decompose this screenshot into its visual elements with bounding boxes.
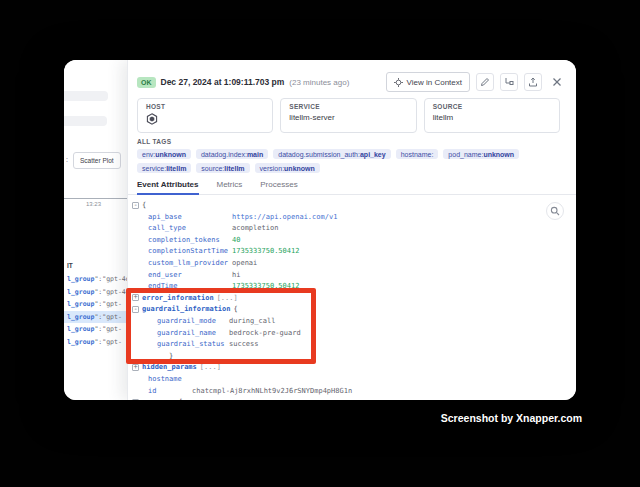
json-key: custom_llm_provider bbox=[148, 258, 232, 270]
tag-pill[interactable]: datadog.submission_auth:api_key bbox=[273, 149, 390, 159]
json-attribute-row[interactable]: completionStartTime1735333750.50412 bbox=[128, 246, 576, 258]
log-list-item[interactable]: l_group":"gpt- bbox=[64, 323, 127, 336]
service-card[interactable]: SERVICE litellm-server bbox=[280, 98, 416, 133]
json-attribute-row[interactable]: -messages[ bbox=[128, 397, 576, 400]
log-list-item[interactable]: l_group":"gpt-4o bbox=[64, 273, 127, 286]
facet-cards: HOST SERVICE litellm-server SOURCE litel… bbox=[137, 98, 560, 133]
truncated-toolbar-bar bbox=[64, 116, 107, 126]
json-attribute-row[interactable]: idchatcmpl-Aj8rxhNLht9v2J6rSNYDmp4pH8G1n bbox=[128, 386, 576, 398]
background-page: : Scatter Plot 13:23 IT l_group":"gpt-4o… bbox=[64, 60, 127, 400]
tag-pill[interactable]: version:unknown bbox=[255, 163, 320, 173]
watermark: Screenshot by Xnapper.com bbox=[441, 412, 582, 424]
tag-pill[interactable]: env:unknown bbox=[137, 149, 191, 159]
log-list-item[interactable]: l_group":"gpt-4o bbox=[64, 286, 127, 299]
tag-pill[interactable]: datadog.index:main bbox=[196, 149, 268, 159]
json-attribute-row[interactable]: -{ bbox=[128, 200, 576, 212]
relative-time: (23 minutes ago) bbox=[289, 78, 349, 87]
related-traces-button[interactable] bbox=[500, 73, 518, 91]
json-attribute-row[interactable]: +hidden_params[...] bbox=[128, 362, 576, 374]
json-value: acompletion bbox=[232, 224, 278, 232]
header-actions: View in Context bbox=[386, 72, 566, 92]
annotation-highlight-box bbox=[126, 288, 316, 364]
json-attribute-row[interactable]: hostname bbox=[128, 374, 576, 386]
tag-pill[interactable]: service:litellm bbox=[137, 163, 191, 173]
log-list-item[interactable]: l_group":"gpt- bbox=[64, 336, 127, 349]
json-brace: { bbox=[142, 201, 146, 209]
all-tags-label: ALL TAGS bbox=[137, 138, 562, 145]
tag-key: pod_name: bbox=[448, 151, 483, 158]
all-tags-section: ALL TAGS env:unknowndatadog.index:mainda… bbox=[137, 138, 562, 173]
tab[interactable]: Processes bbox=[260, 177, 297, 194]
edit-button[interactable] bbox=[476, 73, 494, 91]
tab[interactable]: Metrics bbox=[217, 177, 243, 194]
log-value: gpt-4o bbox=[106, 275, 127, 283]
status-badge: OK bbox=[137, 77, 156, 88]
json-key: id bbox=[148, 386, 192, 398]
json-value: https://api.openai.com/v1 bbox=[232, 213, 337, 221]
json-value: 1735333750.50412 bbox=[232, 247, 299, 255]
close-button[interactable] bbox=[548, 73, 566, 91]
json-value: chatcmpl-Aj8rxhNLht9v2J6rSNYDmp4pH8G1n bbox=[192, 387, 352, 395]
axis-tick-label: 13:23 bbox=[86, 201, 101, 207]
tag-pill[interactable]: pod_name:unknown bbox=[443, 149, 519, 159]
tag-value: litellm bbox=[166, 165, 186, 172]
tag-pill[interactable]: hostname: bbox=[396, 149, 439, 159]
log-key: l_group bbox=[67, 275, 94, 283]
log-key: l_group bbox=[67, 300, 94, 308]
json-key: completion_tokens bbox=[148, 235, 232, 247]
json-brace: [...] bbox=[200, 363, 221, 371]
log-value: gpt- bbox=[106, 338, 122, 346]
json-key: messages bbox=[142, 397, 176, 400]
json-brace: [ bbox=[179, 398, 183, 400]
tag-value: unknown bbox=[155, 151, 186, 158]
expander-icon[interactable]: + bbox=[132, 364, 139, 371]
log-key: l_group bbox=[67, 325, 94, 333]
tag-key: source: bbox=[201, 165, 224, 172]
tag-value: main bbox=[247, 151, 263, 158]
export-button[interactable] bbox=[524, 73, 542, 91]
log-separator: ":" bbox=[94, 313, 106, 321]
label-fragment: : bbox=[66, 156, 68, 163]
json-key: hidden_params bbox=[142, 362, 197, 374]
app-window: : Scatter Plot 13:23 IT l_group":"gpt-4o… bbox=[64, 60, 576, 400]
log-list-item[interactable]: l_group":"gpt- bbox=[64, 298, 127, 311]
json-key: hostname bbox=[148, 374, 192, 386]
log-value: gpt- bbox=[106, 325, 122, 333]
tab[interactable]: Event Attributes bbox=[137, 177, 199, 194]
json-key: api_base bbox=[148, 212, 232, 224]
pencil-icon bbox=[480, 77, 490, 87]
view-in-context-button[interactable]: View in Context bbox=[386, 72, 470, 92]
json-value: hi bbox=[232, 271, 240, 279]
json-attribute-row[interactable]: completion_tokens40 bbox=[128, 235, 576, 247]
json-attribute-row[interactable]: api_basehttps://api.openai.com/v1 bbox=[128, 212, 576, 224]
source-card[interactable]: SOURCE litellm bbox=[424, 98, 560, 133]
tag-key: service: bbox=[142, 165, 166, 172]
tag-key: datadog.index: bbox=[201, 151, 247, 158]
log-list-item[interactable]: l_group":"gpt- bbox=[64, 311, 127, 324]
json-attribute-row[interactable]: end_userhi bbox=[128, 270, 576, 282]
json-key: completionStartTime bbox=[148, 246, 232, 258]
tag-key: datadog.submission_auth: bbox=[278, 151, 360, 158]
json-attribute-row[interactable]: call_typeacompletion bbox=[128, 223, 576, 235]
log-separator: ":" bbox=[94, 325, 106, 333]
connector-icon bbox=[504, 77, 514, 87]
service-value: litellm-server bbox=[289, 113, 407, 122]
log-separator: ":" bbox=[94, 275, 106, 283]
json-value: openai bbox=[232, 259, 257, 267]
log-key: l_group bbox=[67, 338, 94, 346]
tag-list: env:unknowndatadog.index:maindatadog.sub… bbox=[137, 149, 562, 173]
tag-value: unknown bbox=[483, 151, 514, 158]
json-attribute-row[interactable]: custom_llm_provideropenai bbox=[128, 258, 576, 270]
host-card[interactable]: HOST bbox=[137, 98, 273, 133]
search-attributes-button[interactable] bbox=[546, 202, 564, 220]
scatter-plot-button[interactable]: Scatter Plot bbox=[73, 152, 121, 169]
x-icon bbox=[552, 77, 562, 87]
tag-pill[interactable]: source:litellm bbox=[196, 163, 249, 173]
tag-value: api_key bbox=[360, 151, 386, 158]
log-key: l_group bbox=[67, 288, 94, 296]
expander-icon[interactable]: - bbox=[132, 399, 139, 400]
json-key: call_type bbox=[148, 223, 232, 235]
view-in-context-label: View in Context bbox=[407, 78, 462, 87]
hexagon-icon bbox=[146, 113, 264, 125]
expander-icon[interactable]: - bbox=[132, 202, 139, 209]
